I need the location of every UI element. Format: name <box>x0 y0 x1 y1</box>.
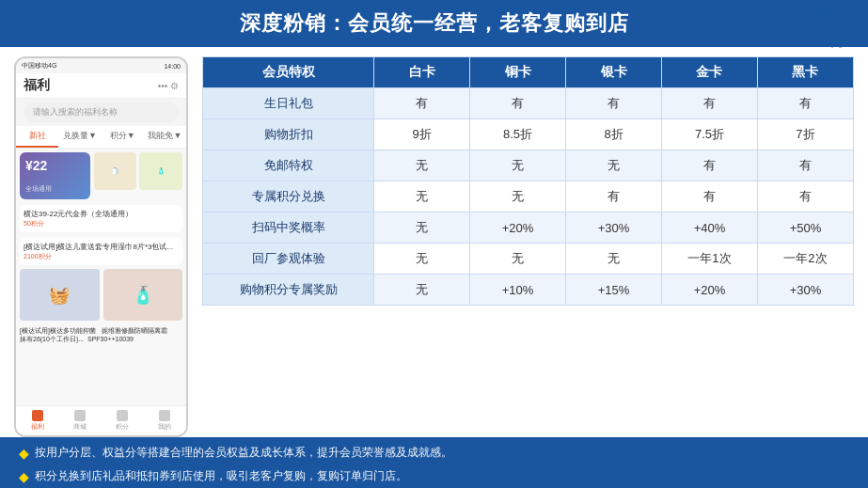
row-cell: 有 <box>757 88 853 119</box>
row-cell: +10% <box>470 275 566 306</box>
row-label: 生日礼包 <box>203 88 374 119</box>
row-cell: 7.5折 <box>662 119 758 150</box>
coupon-amount: ¥22 <box>25 158 85 173</box>
main-content: 中国移动4G 14:00 福利 ••• ⚙ 请输入搜索的福利名称 新社 兑换量▼… <box>0 47 868 437</box>
row-label: 专属积分兑换 <box>203 181 374 213</box>
coupon-card-1[interactable]: ¥22 全场通用 <box>20 152 90 199</box>
membership-table: 会员特权 白卡 铜卡 银卡 金卡 黑卡 生日礼包有有有有有购物折扣9折8.5折8… <box>202 56 854 306</box>
phone-tab-exchange[interactable]: 兑换量▼ <box>58 126 101 148</box>
row-cell: +20% <box>470 213 566 244</box>
phone-app-title: 福利 <box>24 77 50 94</box>
row-cell: 一年2次 <box>757 244 853 275</box>
row-cell: +15% <box>566 275 662 306</box>
row-label: 免邮特权 <box>203 150 374 181</box>
phone-time: 14:00 <box>164 63 181 70</box>
product-title-1: 横达39-22元代金券（全场通用） <box>24 209 179 219</box>
table-body: 生日礼包有有有有有购物折扣9折8.5折8折7.5折7折免邮特权无无无有有专属积分… <box>203 88 854 306</box>
row-cell: 有 <box>662 150 758 181</box>
footer-item-1: ◆ 按用户分层、权益分等搭建合理的会员权益及成长体系，提升会员荣誉感及成就感。 <box>19 445 849 464</box>
row-cell: 无 <box>470 181 566 213</box>
phone-tab-new[interactable]: 新社 <box>16 126 58 148</box>
row-cell: 有 <box>566 88 662 119</box>
row-cell: 9折 <box>374 119 470 150</box>
row-cell: 有 <box>757 181 853 213</box>
nav-points[interactable]: 积分 <box>102 410 144 432</box>
col-header-gold: 金卡 <box>662 57 758 88</box>
coupon-img-row: 🧻 🧴 <box>94 152 182 199</box>
row-cell: +30% <box>757 275 853 306</box>
table-row: 回厂参观体验无无无一年1次一年2次 <box>203 244 854 275</box>
row-cell: 8折 <box>566 119 662 150</box>
midoo-logo-icon <box>802 0 840 35</box>
product-img-1: 🧻 <box>94 152 137 190</box>
row-cell: +50% <box>757 213 853 244</box>
product-large-img-1: 🧺 <box>20 269 100 321</box>
row-label: 购物折扣 <box>203 119 374 150</box>
mine-icon <box>159 410 170 421</box>
table-row: 专属积分兑换无无有有有 <box>203 181 854 213</box>
row-cell: +20% <box>662 275 758 306</box>
row-cell: 无 <box>374 181 470 213</box>
phone-search-placeholder: 请输入搜索的福利名称 <box>33 107 118 117</box>
bullet-2: ◆ <box>19 468 29 487</box>
row-cell: 无 <box>566 150 662 181</box>
nav-welfare[interactable]: 福利 <box>16 410 58 432</box>
phone-app-header: 福利 ••• ⚙ <box>16 73 186 99</box>
footer-text-2: 积分兑换到店礼品和抵扣券到店使用，吸引老客户复购，复购订单归门店。 <box>35 468 407 484</box>
row-cell: 7折 <box>757 119 853 150</box>
row-label: 扫码中奖概率 <box>203 213 374 244</box>
col-header-white: 白卡 <box>374 57 470 88</box>
points-icon <box>117 410 128 421</box>
membership-table-area: 会员特权 白卡 铜卡 银卡 金卡 黑卡 生日礼包有有有有有购物折扣9折8.5折8… <box>202 56 854 437</box>
phone-body: ¥22 全场通用 🧻 🧴 横达39-22元代金券（全场通用） 50积分 [横达试… <box>16 149 186 405</box>
row-cell: 有 <box>662 88 758 119</box>
row-cell: 有 <box>374 88 470 119</box>
row-cell: 有 <box>470 88 566 119</box>
row-cell: 有 <box>757 150 853 181</box>
row-cell: 无 <box>374 275 470 306</box>
phone-carrier: 中国移动4G <box>22 61 56 71</box>
product-points-1: 50积分 <box>24 219 179 228</box>
row-cell: +30% <box>566 213 662 244</box>
table-row: 生日礼包有有有有有 <box>203 88 854 119</box>
phone-tab-points[interactable]: 积分▼ <box>102 126 144 148</box>
row-cell: 有 <box>566 181 662 213</box>
product-points-2: 2100积分 <box>24 252 179 261</box>
welfare-icon <box>32 410 43 421</box>
nav-welfare-label: 福利 <box>31 422 44 432</box>
table-row: 扫码中奖概率无+20%+30%+40%+50% <box>203 213 854 244</box>
nav-shop[interactable]: 商城 <box>58 410 101 432</box>
phone-bottom-nav: 福利 商城 积分 我的 <box>16 405 186 435</box>
coupon-subtitle: 全场通用 <box>25 184 85 194</box>
product-card-2[interactable]: [横达试用]横达儿童送套专用湿巾8片*3包试... 2100积分 <box>20 238 182 265</box>
logo-area: midoo米多 <box>793 0 849 51</box>
row-cell: 无 <box>470 150 566 181</box>
logo-text: midoo米多 <box>793 35 849 51</box>
row-cell: 无 <box>566 244 662 275</box>
row-label: 回厂参观体验 <box>203 244 374 275</box>
phone-search-bar[interactable]: 请输入搜索的福利名称 <box>24 102 179 122</box>
row-cell: 有 <box>662 181 758 213</box>
nav-points-label: 积分 <box>116 422 129 432</box>
row-cell: 一年1次 <box>662 244 758 275</box>
product-large-img-2: 🧴 <box>103 269 183 321</box>
col-header-black: 黑卡 <box>757 57 853 88</box>
page-title: 深度粉销：会员统一经营，老客复购到店 <box>240 11 629 35</box>
bullet-1: ◆ <box>19 445 29 464</box>
row-cell: 8.5折 <box>470 119 566 150</box>
phone-status-bar: 中国移动4G 14:00 <box>16 58 186 73</box>
table-row: 购物折扣9折8.5折8折7.5折7折 <box>203 119 854 150</box>
svg-line-7 <box>829 8 832 11</box>
product-card-1[interactable]: 横达39-22元代金券（全场通用） 50积分 <box>20 205 182 232</box>
row-label: 购物积分专属奖励 <box>203 275 374 306</box>
row-cell: 无 <box>374 244 470 275</box>
col-header-privilege: 会员特权 <box>203 57 374 88</box>
table-row: 免邮特权无无无有有 <box>203 150 854 181</box>
phone-header-icons: ••• ⚙ <box>158 81 179 91</box>
page-header: 深度粉销：会员统一经营，老客复购到店 midoo米多 <box>0 0 868 47</box>
product-title-2: [横达试用]横达儿童送套专用湿巾8片*3包试... <box>24 242 179 252</box>
product-image-row: 🧺 🧴 <box>20 269 182 321</box>
nav-mine[interactable]: 我的 <box>144 410 186 432</box>
phone-tab-free[interactable]: 我能免▼ <box>144 126 186 148</box>
row-cell: 无 <box>374 150 470 181</box>
